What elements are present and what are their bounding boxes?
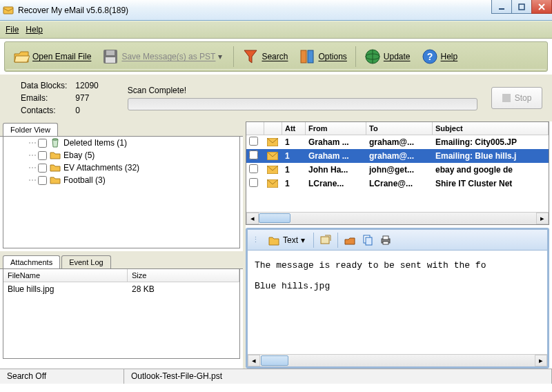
scroll-left-icon[interactable]: ◂ <box>246 213 259 224</box>
scan-status-label: Scan Complete! <box>128 86 477 95</box>
scroll-thumb[interactable] <box>259 213 290 223</box>
open-external-icon[interactable] <box>319 234 332 246</box>
minimize-button[interactable] <box>491 0 512 14</box>
funnel-icon <box>242 48 259 65</box>
toolbar-separator <box>233 46 234 67</box>
update-button[interactable]: Update <box>360 46 415 68</box>
folder-tab-strip: Folder View <box>0 121 243 137</box>
stop-button[interactable]: Stop <box>491 87 542 109</box>
svg-rect-9 <box>308 50 313 63</box>
print-icon[interactable] <box>379 234 392 246</box>
email-checkbox[interactable] <box>249 178 258 187</box>
col-to[interactable]: To <box>366 122 433 135</box>
email-checkbox[interactable] <box>249 137 258 146</box>
window-title: Recover My eMail v5.6.8(189) <box>18 6 128 15</box>
col-att[interactable]: Att <box>282 122 306 135</box>
svg-point-14 <box>52 139 58 140</box>
mail-icon <box>267 179 279 188</box>
tree-item: ⋯Ebay (5) <box>3 149 239 161</box>
attachments-list[interactable]: FileName Size Blue hills.jpg 28 KB <box>3 269 240 359</box>
stats-row: Data Blocks:12090 Emails:977 Contacts:0 … <box>0 75 552 121</box>
mail-icon <box>267 152 279 160</box>
folder-checkbox[interactable] <box>38 164 47 173</box>
svg-rect-19 <box>321 237 329 244</box>
tab-attachments[interactable]: Attachments <box>3 255 60 268</box>
status-bar: Search Off Outlook-Test-File-GH.pst <box>0 369 552 384</box>
email-row[interactable]: 1 John Ha... john@get... ebay and google… <box>246 163 549 177</box>
folder-checkbox[interactable] <box>38 139 47 148</box>
svg-rect-8 <box>301 50 306 63</box>
tab-eventlog[interactable]: Event Log <box>61 255 111 268</box>
email-row[interactable]: 1 Graham ... graham@... Emailing: Blue h… <box>246 149 549 163</box>
save-icon <box>102 48 119 65</box>
col-filename[interactable]: FileName <box>3 269 128 282</box>
trash-icon <box>50 137 61 148</box>
tab-folder-view[interactable]: Folder View <box>3 123 58 136</box>
preview-pane: ⋮ Text ▾ The message is ready to be sent… <box>246 228 549 369</box>
dropdown-icon[interactable]: ▾ <box>218 52 225 61</box>
options-button[interactable]: Options <box>295 46 351 68</box>
attachment-row[interactable]: Blue hills.jpg 28 KB <box>3 282 239 296</box>
status-search: Search Off <box>0 369 124 384</box>
stop-icon <box>502 94 511 102</box>
progress-bar <box>128 98 477 110</box>
folder-checkbox[interactable] <box>38 176 47 185</box>
folder-icon <box>50 150 61 161</box>
stats-panel: Data Blocks:12090 Emails:977 Contacts:0 <box>19 79 107 117</box>
col-from[interactable]: From <box>306 122 366 135</box>
svg-rect-24 <box>383 242 388 244</box>
tree-item: ⋯Football (3) <box>3 174 239 186</box>
folder-icon <box>50 162 61 173</box>
text-view-button[interactable]: Text ▾ <box>265 233 308 248</box>
tree-item: ⋯EV Attachments (32) <box>3 161 239 174</box>
help-icon: ? <box>422 48 438 65</box>
menu-help[interactable]: Help <box>26 25 43 35</box>
scroll-right-icon[interactable]: ▸ <box>536 213 549 224</box>
document-icon <box>268 234 280 246</box>
app-icon <box>3 5 14 16</box>
preview-hscroll[interactable]: ◂ ▸ <box>248 354 547 366</box>
email-header: Att From To Subject <box>246 122 549 135</box>
email-list[interactable]: Att From To Subject 1 Graham ... graham@… <box>246 121 549 225</box>
email-row[interactable]: 1 LCrane... LCrane@... Shire IT Cluster … <box>246 177 549 190</box>
svg-text:?: ? <box>426 51 433 62</box>
mail-icon <box>267 166 279 174</box>
toolbar-separator <box>355 46 356 67</box>
svg-rect-0 <box>3 7 13 14</box>
save-attach-icon[interactable] <box>344 234 356 246</box>
copy-icon[interactable] <box>362 234 374 246</box>
preview-body[interactable]: The message is ready to be sent with the… <box>248 251 547 354</box>
status-file: Outlook-Test-File-GH.pst <box>124 369 552 384</box>
globe-icon <box>364 48 381 65</box>
menu-file[interactable]: File <box>6 25 19 35</box>
email-hscroll[interactable]: ◂ ▸ <box>246 212 549 224</box>
menu-bar: File Help <box>0 21 552 39</box>
toolbar-grip-icon: ⋮ <box>252 235 259 244</box>
chevron-down-icon: ▾ <box>301 235 305 245</box>
open-email-button[interactable]: Open Email File <box>9 46 95 68</box>
search-button[interactable]: Search <box>238 46 292 68</box>
folder-tree[interactable]: ⋯Deleted Items (1) ⋯Ebay (5) ⋯EV Attachm… <box>3 137 240 248</box>
save-pst-button[interactable]: Save Message(s) as PST ▾ <box>98 46 229 68</box>
title-bar: Recover My eMail v5.6.8(189) <box>0 0 552 21</box>
mail-icon <box>267 138 279 146</box>
svg-rect-2 <box>519 4 524 10</box>
attach-tab-strip: Attachments Event Log <box>0 254 243 269</box>
svg-rect-7 <box>106 57 115 63</box>
col-size[interactable]: Size <box>128 269 239 282</box>
col-subject[interactable]: Subject <box>433 122 549 135</box>
tree-item: ⋯Deleted Items (1) <box>3 137 239 149</box>
svg-rect-23 <box>383 236 388 239</box>
email-checkbox[interactable] <box>249 164 258 173</box>
maximize-button[interactable] <box>511 0 532 14</box>
open-file-icon <box>13 48 30 65</box>
preview-toolbar: ⋮ Text ▾ <box>248 230 547 251</box>
options-icon <box>299 48 315 65</box>
toolbar: Open Email File Save Message(s) as PST ▾… <box>4 41 548 72</box>
svg-rect-6 <box>106 50 115 55</box>
close-button[interactable] <box>531 0 552 14</box>
help-button[interactable]: ? Help <box>417 46 462 68</box>
email-checkbox[interactable] <box>249 150 258 159</box>
folder-checkbox[interactable] <box>38 151 47 160</box>
email-row[interactable]: 1 Graham ... graham@... Emailing: City00… <box>246 135 549 149</box>
